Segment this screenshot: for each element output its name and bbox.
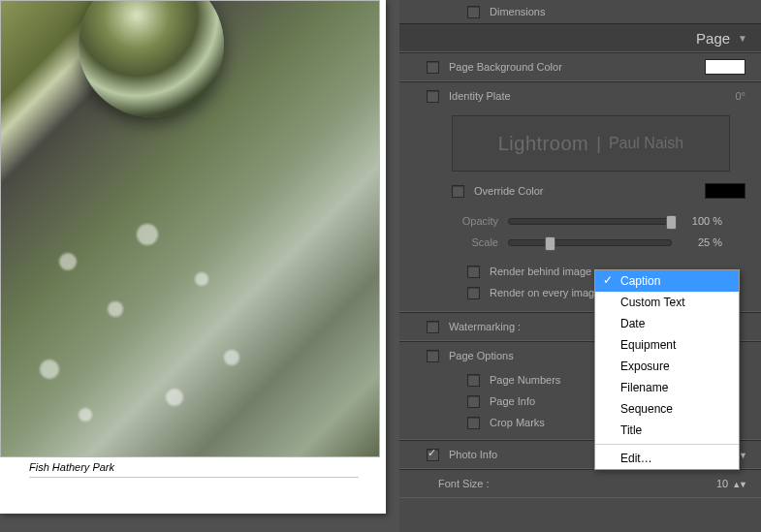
page-info-label: Page Info — [490, 395, 535, 407]
render-every-label: Render on every image — [490, 287, 600, 298]
identity-plate-checkbox[interactable] — [427, 90, 439, 103]
identity-plate-preview[interactable]: Lightroom | Paul Naish — [452, 115, 730, 172]
disclosure-triangle-icon[interactable]: ▼ — [738, 33, 747, 44]
photo-caption: Fish Hathery Park — [29, 461, 114, 473]
identity-plate-row[interactable]: Identity Plate 0° — [399, 82, 761, 110]
watermarking-checkbox[interactable] — [427, 321, 439, 333]
opacity-slider[interactable] — [508, 218, 672, 225]
menu-item-custom-text[interactable]: Custom Text — [595, 292, 739, 313]
override-color-row[interactable]: Override Color — [399, 177, 761, 204]
menu-item-equipment[interactable]: Equipment — [595, 334, 739, 356]
identity-plate-username: Paul Naish — [609, 135, 683, 152]
scale-slider-row: Scale 25 % — [399, 232, 761, 253]
dimensions-row[interactable]: Dimensions — [399, 0, 761, 23]
identity-plate-app: Lightroom — [498, 133, 588, 155]
page-header-label: Page — [696, 30, 730, 47]
override-color-checkbox[interactable] — [452, 185, 464, 198]
render-behind-checkbox[interactable] — [467, 266, 480, 278]
lens-ball — [79, 0, 224, 117]
page-options-checkbox[interactable] — [427, 350, 439, 362]
scale-slider[interactable] — [508, 239, 672, 246]
opacity-value[interactable]: 100 % — [678, 215, 722, 227]
scale-label: Scale — [452, 236, 498, 248]
menu-item-date[interactable]: Date — [595, 313, 739, 334]
photo-info-popup-menu[interactable]: Caption Custom Text Date Equipment Expos… — [594, 269, 740, 470]
identity-angle[interactable]: 0° — [735, 90, 745, 102]
print-preview-area: Fish Hathery Park — [0, 0, 399, 532]
page-options-label: Page Options — [449, 350, 514, 361]
render-every-checkbox[interactable] — [467, 287, 480, 299]
font-size-row[interactable]: Font Size : 10▲▼ — [399, 470, 761, 497]
crop-marks-label: Crop Marks — [490, 417, 545, 428]
photo-preview[interactable] — [0, 0, 380, 457]
font-size-stepper[interactable]: 10▲▼ — [716, 478, 745, 489]
page-info-checkbox[interactable] — [467, 395, 480, 408]
crop-marks-checkbox[interactable] — [467, 417, 480, 429]
updown-icon: ▲▼ — [728, 480, 745, 489]
dimensions-label: Dimensions — [490, 6, 545, 17]
scale-value[interactable]: 25 % — [678, 236, 722, 248]
font-size-value: 10 — [716, 478, 728, 489]
override-color-label: Override Color — [474, 185, 544, 197]
menu-item-sequence[interactable]: Sequence — [595, 398, 739, 420]
menu-item-edit[interactable]: Edit… — [595, 448, 739, 469]
dimensions-checkbox[interactable] — [467, 6, 480, 18]
page-bg-label: Page Background Color — [449, 61, 562, 73]
page-bg-checkbox[interactable] — [427, 61, 439, 74]
opacity-slider-row: Opacity 100 % — [399, 210, 761, 232]
page-bg-row[interactable]: Page Background Color — [399, 53, 761, 80]
override-color-swatch[interactable] — [705, 183, 745, 199]
menu-item-caption[interactable]: Caption — [595, 270, 739, 292]
watermarking-label: Watermarking : — [449, 321, 521, 332]
page-numbers-label: Page Numbers — [490, 374, 560, 386]
print-page: Fish Hathery Park — [0, 0, 386, 514]
page-section-header[interactable]: Page ▼ — [399, 23, 761, 52]
menu-item-filename[interactable]: Filename — [595, 377, 739, 398]
menu-separator — [595, 444, 739, 445]
photo-info-checkbox[interactable] — [427, 449, 439, 461]
identity-plate-label: Identity Plate — [449, 90, 511, 102]
identity-plate-divider: | — [596, 134, 601, 154]
page-numbers-checkbox[interactable] — [467, 374, 480, 387]
page-bg-swatch[interactable] — [705, 59, 745, 75]
opacity-label: Opacity — [452, 215, 498, 227]
font-size-label: Font Size : — [438, 478, 490, 489]
photo-info-label: Photo Info — [449, 449, 497, 460]
render-behind-label: Render behind image — [490, 266, 591, 277]
menu-item-exposure[interactable]: Exposure — [595, 356, 739, 377]
page-guide-line — [29, 477, 359, 478]
menu-item-title[interactable]: Title — [595, 420, 739, 441]
